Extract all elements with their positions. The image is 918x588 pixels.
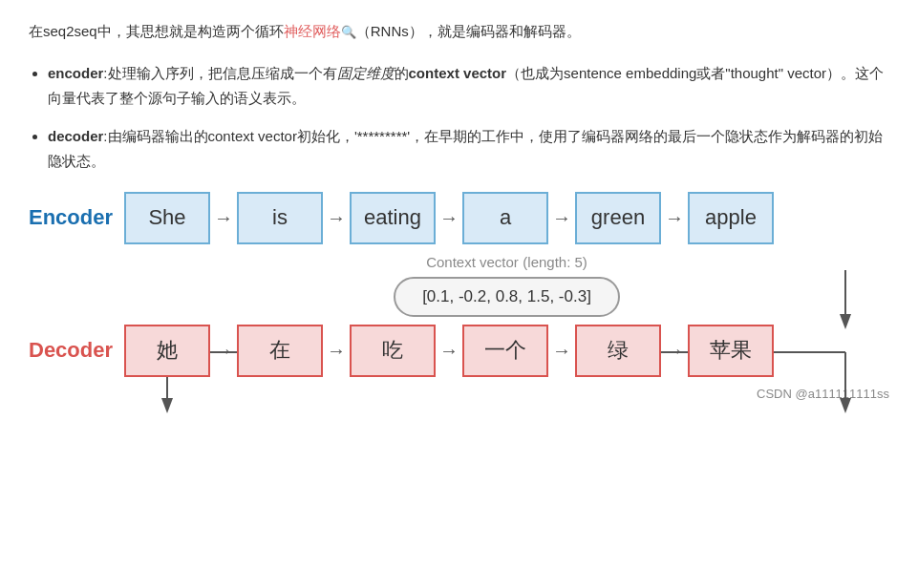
enc-word-1: is [237, 192, 323, 244]
arrow-dec-0: → [210, 340, 237, 362]
decoder-boxes: 她 → 在 → 吃 → 一个 → 绿 → 苹果 [124, 325, 774, 377]
csdn-credit: CSDN @a111111111ss [29, 387, 889, 401]
context-vector-box: [0.1, -0.2, 0.8, 1.5, -0.3] [394, 277, 620, 317]
enc-word-3: a [462, 192, 548, 244]
seq2seq-diagram: Encoder She → is → eating → a → green → [29, 192, 889, 377]
arrow-enc-0: → [210, 207, 237, 229]
intro-text-after: （RNNs），就是编码器和解码器。 [356, 23, 581, 39]
decoder-section-label: Decoder [29, 338, 124, 363]
search-icon: 🔍 [341, 25, 356, 39]
decoder-row: Decoder 她 → 在 → 吃 → 一个 → 绿 → 苹果 [29, 325, 889, 377]
encoder-section-label: Encoder [29, 205, 124, 230]
encoder-boxes: She → is → eating → a → green → apple [124, 192, 774, 244]
encoder-label: encoder [48, 65, 103, 81]
arrow-dec-3: → [548, 340, 575, 362]
bullet-list: encoder:处理输入序列，把信息压缩成一个有固定维度的context vec… [48, 61, 889, 175]
arrow-dec-2: → [436, 340, 462, 362]
arrow-dec-4: → [661, 340, 688, 362]
enc-word-2: eating [350, 192, 436, 244]
dec-word-4: 绿 [575, 325, 661, 377]
bullet-decoder: decoder:由编码器输出的context vector初始化，'******… [48, 124, 889, 175]
arrow-enc-4: → [661, 207, 688, 229]
intro-paragraph: 在seq2seq中，其思想就是构造两个循环神经网络🔍（RNNs），就是编码器和解… [29, 19, 889, 44]
encoder-text1: 处理输入序列，把信息压缩成一个有固定维度的context vector（也成为s… [48, 65, 884, 106]
context-label: Context vector (length: 5) [426, 254, 587, 271]
context-vector-section: Context vector (length: 5) [0.1, -0.2, 0… [124, 254, 889, 317]
intro-text-before: 在seq2seq中，其思想就是构造两个循环 [29, 23, 284, 39]
arrow-enc-1: → [323, 207, 350, 229]
arrow-enc-3: → [548, 207, 575, 229]
decoder-label-bullet: decoder [48, 128, 103, 144]
dec-word-2: 吃 [350, 325, 436, 377]
arrow-dec-1: → [323, 340, 350, 362]
enc-word-5: apple [688, 192, 774, 244]
enc-word-0: She [124, 192, 210, 244]
encoder-row: Encoder She → is → eating → a → green → [29, 192, 889, 244]
highlight-text: 神经网络 [284, 23, 341, 39]
dec-word-3: 一个 [462, 325, 548, 377]
decoder-text: 由编码器输出的context vector初始化，'*********'，在早期… [48, 128, 883, 169]
bullet-encoder: encoder:处理输入序列，把信息压缩成一个有固定维度的context vec… [48, 61, 889, 112]
dec-word-5: 苹果 [688, 325, 774, 377]
dec-word-1: 在 [237, 325, 323, 377]
enc-word-4: green [575, 192, 661, 244]
dec-word-0: 她 [124, 325, 210, 377]
arrow-enc-2: → [436, 207, 462, 229]
